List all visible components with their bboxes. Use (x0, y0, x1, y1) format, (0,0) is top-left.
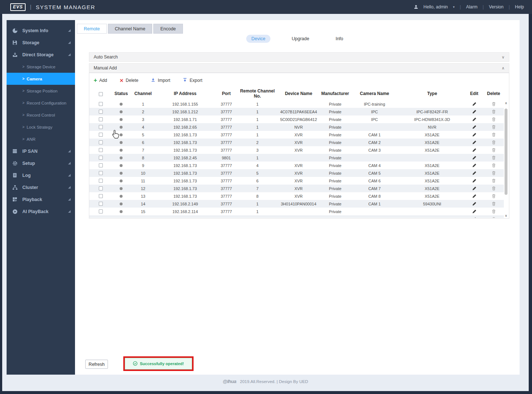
sidebar-subitem-anr[interactable]: >ANR (7, 133, 75, 145)
sidebar-item-ai-playback[interactable]: AI PlayBack (7, 205, 75, 217)
sidebar-subitem-record-control[interactable]: >Record Control (7, 109, 75, 121)
delete-icon[interactable] (491, 109, 496, 114)
col-status: Status (112, 88, 130, 100)
sidebar-item-log[interactable]: Log (7, 169, 75, 181)
sidebar-subitem-storage-device[interactable]: >Storage Device (7, 61, 75, 73)
auto-search-header[interactable]: Auto Search ∨ (89, 52, 509, 62)
cell-channel: 6 (130, 139, 156, 146)
tab-encode[interactable]: Encode (153, 24, 183, 34)
delete-icon[interactable] (491, 171, 496, 175)
tab-info[interactable]: Info (330, 35, 348, 43)
row-checkbox[interactable] (99, 179, 103, 183)
delete-icon[interactable] (491, 178, 496, 183)
row-checkbox[interactable] (99, 186, 103, 190)
cell-port: 37777 (214, 146, 238, 154)
delete-button[interactable]: ✕ Delete (120, 78, 139, 83)
delete-icon[interactable] (491, 117, 496, 122)
delete-icon[interactable] (491, 132, 496, 137)
edit-icon[interactable] (472, 148, 477, 152)
tab-channel-name[interactable]: Channel Name (108, 24, 152, 34)
row-checkbox[interactable] (99, 102, 103, 106)
sidebar-item-storage[interactable]: Storage (7, 37, 75, 49)
user-menu[interactable]: Hello, admin (423, 4, 448, 10)
manual-add-header[interactable]: Manual Add ∧ (89, 63, 509, 73)
scroll-down-icon[interactable]: ∨ (503, 213, 509, 218)
edit-icon[interactable] (472, 102, 477, 106)
scrollbar-thumb[interactable] (505, 109, 507, 195)
version-link[interactable]: Version (489, 4, 503, 10)
delete-icon[interactable] (491, 209, 496, 214)
sidebar-item-direct-storage[interactable]: Direct Storage (7, 49, 75, 61)
delete-icon[interactable] (491, 163, 496, 168)
row-checkbox[interactable] (99, 202, 103, 206)
cell-channel: 15 (130, 208, 156, 215)
chevron-up-icon[interactable]: ∧ (502, 66, 505, 71)
table-row: 4192.168.2.65377771NVRPrivateNVR (89, 123, 504, 131)
delete-icon[interactable] (491, 194, 496, 198)
col-manufacturer: Manufacturer (321, 88, 350, 100)
delete-icon[interactable] (491, 148, 496, 152)
edit-icon[interactable] (472, 132, 477, 137)
row-checkbox[interactable] (99, 156, 103, 160)
edit-icon[interactable] (472, 217, 477, 218)
sidebar-subitem-lock-strategy[interactable]: >Lock Strategy (7, 121, 75, 133)
delete-icon[interactable] (491, 140, 496, 145)
row-checkbox[interactable] (99, 133, 103, 137)
edit-icon[interactable] (472, 209, 477, 214)
delete-icon[interactable] (491, 125, 496, 129)
sidebar-subitem-camera[interactable]: >Camera (7, 73, 75, 85)
edit-icon[interactable] (472, 163, 477, 168)
delete-icon[interactable] (491, 217, 496, 218)
sidebar-subitem-storage-position[interactable]: >Storage Position (7, 85, 75, 97)
export-button[interactable]: Export (183, 77, 202, 83)
delete-icon[interactable] (491, 102, 496, 106)
row-checkbox[interactable] (99, 117, 103, 121)
help-link[interactable]: Help (515, 4, 524, 10)
edit-icon[interactable] (472, 178, 477, 183)
row-checkbox[interactable] (99, 163, 103, 167)
sidebar-item-system-info[interactable]: System Info (7, 24, 75, 37)
edit-icon[interactable] (472, 117, 477, 122)
add-button[interactable]: + Add (94, 77, 107, 83)
sidebar-item-playback[interactable]: Playback (7, 193, 75, 205)
export-label: Export (190, 78, 202, 83)
table-scrollbar[interactable]: ∧ ∨ (503, 101, 509, 218)
edit-icon[interactable] (472, 109, 477, 114)
delete-icon[interactable] (491, 186, 496, 191)
row-checkbox[interactable] (99, 171, 103, 175)
col-ip-address: IP Address (156, 88, 214, 100)
row-checkbox[interactable] (99, 209, 103, 213)
tab-remote[interactable]: Remote (77, 24, 107, 34)
row-checkbox[interactable] (99, 148, 103, 152)
sidebar-item-cluster[interactable]: Cluster (7, 181, 75, 193)
refresh-button[interactable]: Refresh (85, 360, 108, 369)
edit-icon[interactable] (472, 125, 477, 129)
select-all-checkbox[interactable] (99, 92, 103, 96)
edit-icon[interactable] (472, 171, 477, 175)
tab-device[interactable]: Device (246, 35, 270, 43)
delete-icon[interactable] (491, 201, 496, 206)
alarm-link[interactable]: Alarm (466, 4, 477, 10)
edit-icon[interactable] (472, 194, 477, 198)
row-checkbox[interactable] (99, 194, 103, 198)
delete-icon[interactable] (491, 155, 496, 160)
edit-icon[interactable] (472, 155, 477, 160)
edit-icon[interactable] (472, 186, 477, 191)
cell-type: IPC-HF8242F-FR (399, 108, 465, 115)
chevron-down-icon[interactable]: ∨ (502, 55, 505, 60)
row-checkbox[interactable] (99, 140, 103, 144)
import-button[interactable]: Import (151, 77, 170, 83)
scroll-up-icon[interactable]: ∧ (503, 101, 509, 106)
cell-port: 37777 (214, 185, 238, 192)
edit-icon[interactable] (472, 140, 477, 145)
status-dot (120, 133, 123, 136)
sidebar-item-setup[interactable]: Setup (7, 157, 75, 169)
sidebar-subitem-record-configuration[interactable]: >Record Configuration (7, 97, 75, 109)
import-label: Import (158, 78, 170, 83)
tab-upgrade[interactable]: Upgrade (286, 35, 314, 43)
sidebar-item-ip-san[interactable]: IP SAN (7, 145, 75, 157)
edit-icon[interactable] (472, 201, 477, 206)
row-checkbox[interactable] (99, 125, 103, 129)
row-checkbox[interactable] (99, 110, 103, 114)
cell-manufacturer: Private (321, 123, 350, 131)
